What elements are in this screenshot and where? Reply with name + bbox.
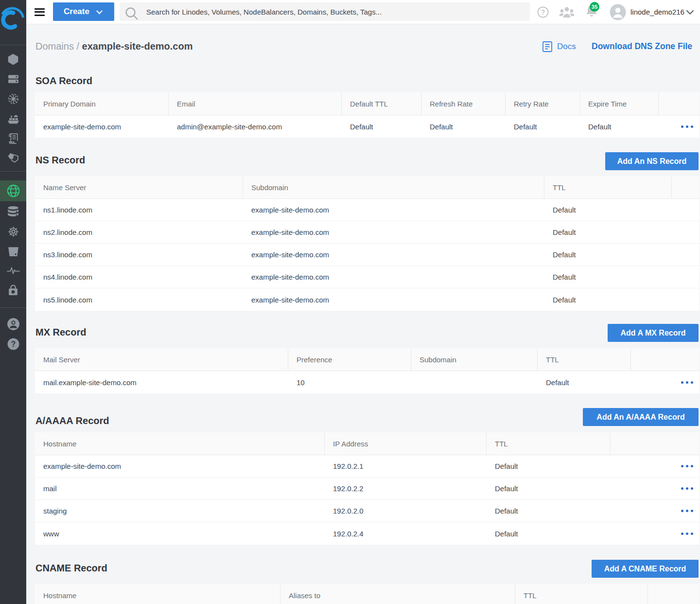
svg-text:?: ?	[11, 340, 16, 348]
svg-text:?: ?	[541, 8, 545, 16]
